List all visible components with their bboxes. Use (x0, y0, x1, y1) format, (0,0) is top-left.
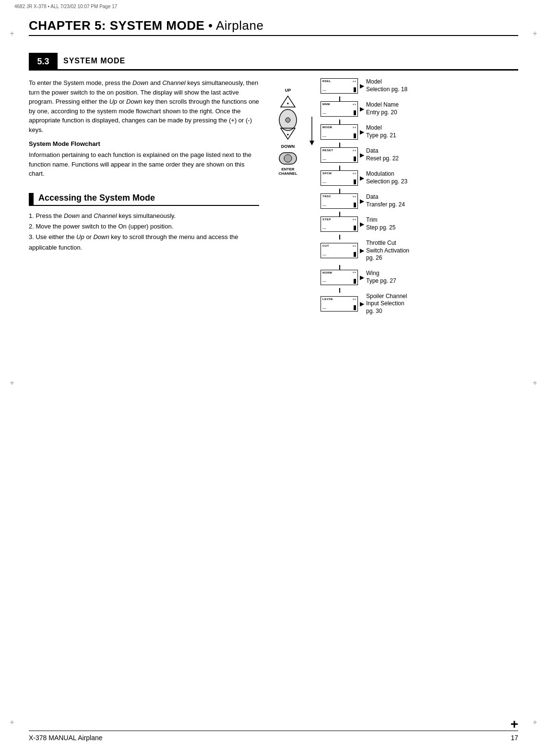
step-3: 3. Use either the Up or Down key to scro… (29, 232, 259, 253)
menu-arrow-4: ▶ (360, 175, 364, 181)
flowchart-description: Information pertaining to each function … (29, 150, 259, 179)
vertical-connector-4 (339, 189, 340, 193)
menu-label-text-2: ModelType pg. 21 (366, 124, 396, 139)
footer-right: 17 (511, 734, 518, 742)
right-column: UP ▲ ▼ (269, 78, 432, 318)
section-title: SYSTEM MODE (63, 57, 125, 65)
vertical-connector-1 (339, 120, 340, 124)
accessing-steps: 1. Press the Down and Channel keys simul… (29, 211, 259, 253)
enter-label: ENTER (281, 167, 294, 171)
vertical-connector-7 (339, 265, 340, 270)
left-column: To enter the System mode, press the Down… (29, 78, 259, 318)
svg-marker-9 (309, 141, 314, 145)
menu-label-text-7: Throttle CutSwitch Activationpg. 26 (366, 240, 409, 262)
menu-display-1: MNM–– (321, 101, 358, 117)
flowchart-subtitle: System Mode Flowchart (29, 140, 259, 147)
menu-label-text-3: DataReset pg. 22 (366, 147, 399, 162)
svg-text:▼: ▼ (286, 133, 290, 136)
page-footer: X-378 MANUAL Airplane 17 (29, 731, 518, 742)
accessing-header: Accessing the System Mode (29, 193, 259, 206)
menu-arrow-2: ▶ (360, 129, 364, 135)
crosshair-bot-right (530, 718, 540, 727)
menu-display-0: RSEL–– (321, 78, 358, 94)
menu-row-7: CUT––▶Throttle CutSwitch Activationpg. 2… (321, 240, 432, 262)
crosshair-top-left (7, 29, 17, 38)
menu-display-5: TRSC–– (321, 193, 358, 209)
crosshair-mid-right (530, 378, 540, 388)
chapter-heading-normal: • Airplane (204, 18, 263, 33)
flowchart-diagram: UP ▲ ▼ (269, 78, 432, 318)
chapter-heading: CHAPTER 5: SYSTEM MODE • Airplane (29, 18, 518, 33)
menu-arrow-6: ▶ (360, 221, 364, 227)
controller-area: UP ▲ ▼ (269, 88, 307, 176)
menu-row-9: LEVSE––▶Spoiler ChannelInput Selectionpg… (321, 293, 432, 315)
vertical-connector-5 (339, 212, 340, 216)
menu-row-8: NORM––▶WingType pg. 27 (321, 270, 432, 285)
chapter-title-divider (29, 35, 518, 36)
step-2: 2. Move the power switch to the On (uppe… (29, 221, 259, 232)
body-paragraph-1: To enter the System mode, press the Down… (29, 78, 259, 134)
controller-svg: ▲ ▼ (276, 94, 300, 143)
section-header: 5.3 SYSTEM MODE (29, 53, 518, 71)
menu-arrow-5: ▶ (360, 198, 364, 204)
menu-label-text-4: ModulationSelection pg. 23 (366, 170, 407, 185)
crosshair-top-right (530, 29, 540, 38)
menu-row-1: MNM––▶Model NameEntry pg. 20 (321, 101, 432, 117)
down-label: DOWN (281, 144, 295, 149)
menu-display-6: STEP–– (321, 216, 358, 232)
menu-display-7: CUT–– (321, 243, 358, 258)
vertical-connector-6 (339, 235, 340, 240)
chapter-title-area: CHAPTER 5: SYSTEM MODE • Airplane (29, 18, 518, 36)
two-column-layout: To enter the System mode, press the Down… (29, 78, 518, 318)
step-1: 1. Press the Down and Channel keys simul… (29, 211, 259, 221)
menu-label-text-6: TrimStep pg. 25 (366, 216, 395, 231)
crosshair-mid-left (7, 378, 17, 388)
menu-display-3: RESET–– (321, 147, 358, 163)
vertical-connector-0 (339, 96, 340, 101)
menu-arrow-1: ▶ (360, 106, 364, 112)
menu-label-text-9: Spoiler ChannelInput Selectionpg. 30 (366, 293, 407, 315)
chapter-heading-bold: CHAPTER 5: SYSTEM MODE (29, 18, 204, 33)
menu-row-6: STEP––▶TrimStep pg. 25 (321, 216, 432, 232)
menu-row-4: SPCM––▶ModulationSelection pg. 23 (321, 170, 432, 186)
menu-row-5: TRSC––▶DataTransfer pg. 24 (321, 193, 432, 209)
menu-arrow-8: ▶ (360, 275, 364, 280)
menu-display-8: NORM–– (321, 270, 358, 285)
vertical-connector-8 (339, 288, 340, 293)
accessing-title: Accessing the System Mode (38, 193, 155, 205)
plus-icon: + (511, 717, 518, 732)
svg-text:▲: ▲ (286, 101, 290, 105)
up-label: UP (285, 88, 291, 93)
svg-point-5 (285, 118, 290, 122)
menu-arrow-3: ▶ (360, 152, 364, 158)
accessing-bar (29, 193, 34, 205)
section-title-box: SYSTEM MODE (58, 53, 518, 71)
menu-label-text-0: ModelSelection pg. 18 (366, 78, 407, 93)
menu-arrow-9: ▶ (360, 301, 364, 307)
flow-arrow (307, 117, 317, 145)
footer-left: X-378 MANUAL Airplane (29, 734, 103, 742)
menu-display-4: SPCM–– (321, 170, 358, 186)
menu-label-text-5: DataTransfer pg. 24 (366, 193, 405, 208)
section-number: 5.3 (29, 53, 58, 71)
menu-arrow-7: ▶ (360, 248, 364, 253)
menu-display-9: LEVSE–– (321, 296, 358, 312)
menu-items-list: RSEL––▶ModelSelection pg. 18MNM––▶Model … (321, 78, 432, 318)
menu-row-0: RSEL––▶ModelSelection pg. 18 (321, 78, 432, 94)
print-header: 4682 JR X-378 • ALL 7/23/02 10:07 PM Pag… (14, 4, 117, 9)
menu-label-text-1: Model NameEntry pg. 20 (366, 101, 399, 116)
menu-label-text-8: WingType pg. 27 (366, 270, 396, 285)
vertical-connector-2 (339, 143, 340, 147)
menu-arrow-0: ▶ (360, 83, 364, 89)
channel-label: CHANNEL (278, 171, 297, 176)
menu-row-2: MODB––▶ModelType pg. 21 (321, 124, 432, 140)
crosshair-bot-left (7, 718, 17, 727)
accessing-section: Accessing the System Mode 1. Press the D… (29, 193, 259, 253)
vertical-connector-3 (339, 166, 340, 170)
menu-row-3: RESET––▶DataReset pg. 22 (321, 147, 432, 163)
svg-point-7 (284, 155, 292, 162)
menu-display-2: MODB–– (321, 124, 358, 140)
main-content: 5.3 SYSTEM MODE To enter the System mode… (29, 53, 518, 318)
